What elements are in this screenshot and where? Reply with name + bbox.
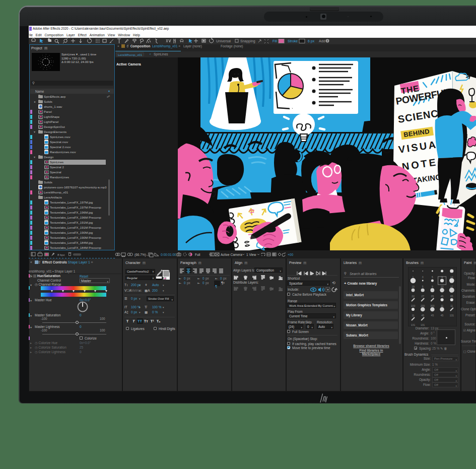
svg-text:8 bpc: 8 bpc xyxy=(57,253,65,256)
svg-text:13: 13 xyxy=(450,276,453,279)
svg-text:11: 11 xyxy=(450,304,453,307)
svg-text:11: 11 xyxy=(412,314,414,317)
svg-text:+00: +00 xyxy=(288,253,293,256)
svg-text:22: 22 xyxy=(412,295,415,298)
svg-text:11: 11 xyxy=(441,304,443,307)
svg-text:45: 45 xyxy=(441,314,444,317)
svg-text:(66.7%): (66.7%) xyxy=(134,253,146,257)
svg-text:Add: Add xyxy=(319,39,325,43)
svg-text:200: 200 xyxy=(421,304,425,307)
svg-text:100: 100 xyxy=(411,304,416,307)
svg-text:6 px: 6 px xyxy=(308,39,315,43)
svg-text:17: 17 xyxy=(450,285,453,288)
svg-text:0:00:01:00: 0:00:01:00 xyxy=(161,253,176,256)
svg-text:131: 131 xyxy=(411,323,416,326)
svg-text:27: 27 xyxy=(421,295,424,298)
svg-text:Fill: Fill xyxy=(273,39,277,43)
svg-text:300: 300 xyxy=(430,304,435,307)
svg-text:Stroke: Stroke xyxy=(288,39,298,43)
svg-text:131: 131 xyxy=(421,323,425,326)
svg-text:Full: Full xyxy=(195,253,200,256)
svg-text:9: 9 xyxy=(432,285,433,288)
svg-text:5: 5 xyxy=(422,285,424,288)
svg-text:45: 45 xyxy=(421,314,424,317)
svg-text:1: 1 xyxy=(413,276,414,279)
svg-text:Universal: Universal xyxy=(216,39,231,43)
svg-text:1 View: 1 View xyxy=(246,253,256,256)
svg-text:35: 35 xyxy=(431,295,434,298)
svg-text:5: 5 xyxy=(432,276,433,279)
svg-text:3: 3 xyxy=(422,276,424,279)
svg-text:13: 13 xyxy=(441,285,444,288)
svg-text:Active Camera: Active Camera xyxy=(221,253,242,256)
svg-text:Snapping: Snapping xyxy=(240,39,255,43)
svg-text:19: 19 xyxy=(412,285,415,288)
svg-text:45: 45 xyxy=(431,314,434,317)
svg-text:131: 131 xyxy=(450,314,454,317)
svg-text:45: 45 xyxy=(441,295,444,298)
svg-text:65: 65 xyxy=(450,295,453,298)
